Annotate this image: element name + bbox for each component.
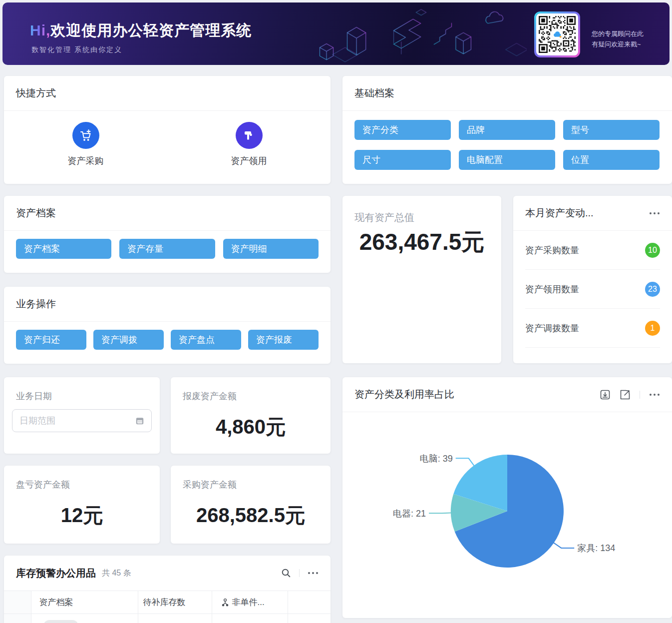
purchase-amount-card: 采购资产金额 268,582.5元 (171, 466, 331, 544)
ellipsis-icon[interactable] (308, 572, 319, 575)
ellipsis-icon[interactable] (649, 393, 660, 396)
total-assets-label: 现有资产总值 (354, 211, 414, 224)
button-asset-archive[interactable]: 资产档案 (16, 239, 111, 259)
count-badge: 1 (645, 321, 660, 336)
purchase-amount-label: 采购资产金额 (183, 479, 237, 491)
operations-card: 业务操作 资产归还 资产调拨 资产盘点 资产报废 (4, 287, 331, 364)
change-row-transfer: 资产调拨数量 1 (525, 309, 660, 348)
column-non-single: 非单件... (232, 598, 265, 607)
shortcut-label: 资产采购 (68, 155, 104, 167)
shortcut-label: 资产领用 (231, 155, 267, 167)
change-row-purchase: 资产采购数量 10 (525, 231, 660, 270)
stock-warning-title: 库存预警办公用品 (16, 567, 96, 580)
purchase-amount-value: 268,582.5元 (171, 502, 331, 529)
change-row-requisition: 资产领用数量 23 (525, 270, 660, 309)
pie-label: 家具: 134 (577, 543, 615, 553)
button-location[interactable]: 位置 (563, 150, 660, 170)
date-range-input[interactable] (12, 409, 152, 432)
scrap-amount-value: 4,860元 (171, 413, 331, 441)
stock-table: 资产档案 待补库存数 非单件... (4, 591, 331, 623)
button-asset-scrap[interactable]: 资产报废 (248, 330, 319, 350)
button-asset-detail[interactable]: 资产明细 (223, 239, 319, 259)
business-date-card: 业务日期 (4, 377, 160, 454)
search-icon[interactable] (281, 568, 291, 578)
button-asset-transfer[interactable]: 资产调拨 (93, 330, 164, 350)
column-restock-qty: 待补库存数 (138, 591, 212, 614)
expand-icon[interactable] (620, 389, 631, 400)
count-badge: 10 (645, 243, 660, 258)
button-asset-return[interactable]: 资产归还 (16, 330, 86, 350)
scrap-amount-label: 报废资产金额 (183, 390, 237, 402)
basic-archives-title: 基础档案 (354, 86, 394, 100)
total-assets-card: 现有资产总值 263,467.5元 (342, 196, 501, 363)
pie-label: 电器: 21 (393, 509, 426, 519)
shortcuts-card: 快捷方式 资产采购 (4, 76, 331, 184)
pie-leader-line (554, 543, 575, 548)
button-asset-stock[interactable]: 资产存量 (119, 239, 215, 259)
pie-leader-line (456, 458, 474, 466)
banner-isometric-art (307, 2, 527, 65)
date-range-field[interactable] (19, 416, 135, 426)
button-computer-config[interactable]: 电脑配置 (459, 150, 555, 170)
qr-caption: 您的专属顾问在此 有疑问欢迎来戳~ (592, 28, 644, 49)
basic-archives-card: 基础档案 资产分类 品牌 型号 尺寸 电脑配置 位置 (342, 76, 672, 184)
table-row[interactable] (4, 614, 331, 623)
loss-amount-card: 盘亏资产金额 12元 (4, 466, 160, 544)
asset-category-chart-card: 资产分类及利用率占比 家具: 134电器: 21电脑: 39 (342, 377, 672, 618)
pie-chart: 家具: 134电器: 21电脑: 39 (342, 412, 672, 617)
shortcut-asset-requisition[interactable]: 资产领用 (167, 111, 331, 167)
button-asset-category[interactable]: 资产分类 (354, 120, 451, 140)
scrap-amount-card: 报废资产金额 4,860元 (171, 377, 331, 454)
monthly-changes-card: 本月资产变动... 资产采购数量 10 资产领用数量 23 资产调拨数量 1 (513, 196, 672, 363)
business-date-label: 业务日期 (16, 390, 52, 402)
pie-label: 电脑: 39 (420, 454, 453, 464)
loss-amount-label: 盘亏资产金额 (16, 479, 70, 491)
qr-code (534, 11, 580, 57)
paint-roller-icon (236, 122, 263, 149)
button-size[interactable]: 尺寸 (354, 150, 451, 170)
button-asset-inventory[interactable]: 资产盘点 (171, 330, 241, 350)
banner-greeting: Hi, (30, 22, 50, 38)
calendar-icon[interactable] (135, 416, 144, 426)
asset-archives-title: 资产档案 (16, 206, 56, 220)
hierarchy-icon (221, 598, 229, 607)
column-asset-archive: 资产档案 (31, 591, 138, 614)
stock-warning-card: 库存预警办公用品 共 45 条 资产档案 待补库存数 非 (4, 556, 331, 623)
dashboard: Hi,欢迎使用办公轻资产管理系统 数智化管理 系统由你定义 您的专属顾问在此 有… (0, 0, 672, 623)
ellipsis-icon[interactable] (649, 212, 660, 215)
button-model[interactable]: 型号 (563, 120, 660, 140)
shortcuts-title: 快捷方式 (16, 86, 56, 100)
stock-warning-count: 共 45 条 (102, 568, 131, 579)
download-icon[interactable] (600, 389, 611, 400)
table-header-row: 资产档案 待补库存数 非单件... (4, 591, 331, 614)
table-cell-tag (43, 620, 78, 623)
loss-amount-value: 12元 (4, 502, 160, 529)
shortcut-asset-purchase[interactable]: 资产采购 (4, 111, 167, 167)
total-assets-value: 263,467.5元 (342, 227, 501, 258)
asset-archives-card: 资产档案 资产档案 资产存量 资产明细 (4, 196, 331, 273)
count-badge: 23 (645, 282, 660, 297)
banner-subtitle: 数智化管理 系统由你定义 (31, 45, 122, 54)
banner-title: Hi,欢迎使用办公轻资产管理系统 (30, 20, 252, 41)
chart-title: 资产分类及利用率占比 (354, 388, 454, 401)
operations-title: 业务操作 (16, 297, 56, 311)
monthly-changes-title: 本月资产变动... (525, 206, 594, 220)
cart-plus-icon (72, 122, 99, 149)
welcome-banner: Hi,欢迎使用办公轻资产管理系统 数智化管理 系统由你定义 您的专属顾问在此 有… (2, 2, 670, 65)
pie-leader-line (429, 513, 451, 514)
button-brand[interactable]: 品牌 (459, 120, 555, 140)
